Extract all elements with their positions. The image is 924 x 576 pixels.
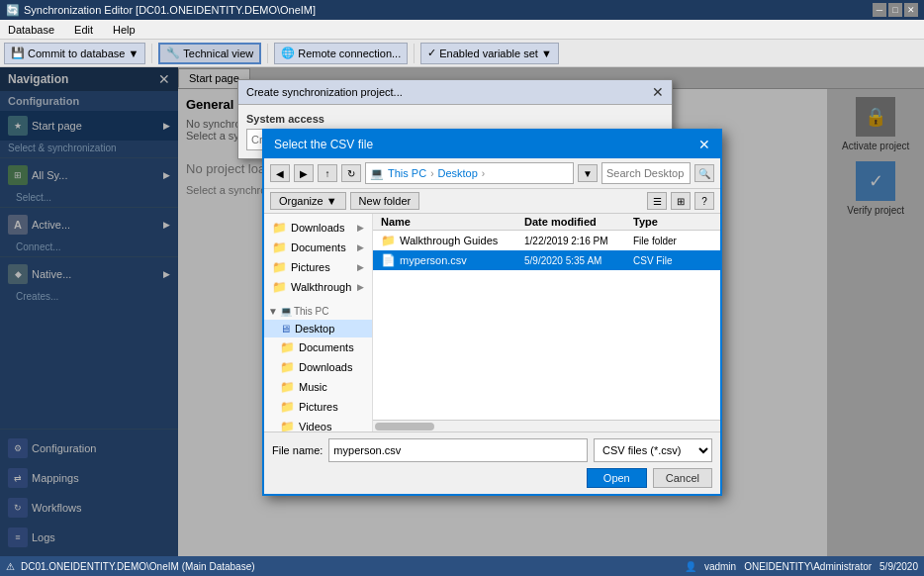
sync-dialog-section: System access (246, 113, 664, 125)
path-dropdown-button[interactable]: ▼ (578, 164, 598, 182)
path-this-pc[interactable]: This PC (388, 167, 426, 179)
file-list-header: Name Date modified Type (373, 214, 720, 231)
variable-icon: ✓ (427, 47, 436, 59)
sidebar-documents-pc[interactable]: 📁 Documents (264, 337, 372, 357)
window-controls[interactable]: ─ □ ✕ (873, 3, 918, 17)
view-detail-button[interactable]: ⊞ (671, 192, 691, 210)
expand-arrow-3: ▶ (357, 262, 364, 272)
status-right: 👤 vadmin ONEIDENTITY\Administrator 5/9/2… (685, 561, 918, 572)
view-list-button[interactable]: ☰ (647, 192, 667, 210)
refresh-button[interactable]: ↻ (341, 164, 361, 182)
col-date[interactable]: Date modified (524, 216, 633, 228)
search-desktop-input[interactable] (601, 162, 691, 184)
commit-to-database-button[interactable]: 💾 Commit to database ▼ (4, 43, 145, 64)
csv-body: 📁 Downloads ▶ 📁 Documents ▶ 📁 Pictures ▶… (264, 214, 720, 432)
up-button[interactable]: ↑ (318, 164, 337, 182)
folder-icon-4: 📁 (272, 280, 287, 294)
file-item-myperson[interactable]: 📄 myperson.csv 5/9/2020 5:35 AM CSV File (373, 250, 720, 270)
search-button[interactable]: 🔍 (694, 164, 714, 182)
folder-icon-2: 📁 (272, 240, 287, 254)
filename-label: File name: (272, 444, 323, 456)
menu-database[interactable]: Database (4, 22, 58, 38)
cancel-button[interactable]: Cancel (653, 468, 712, 488)
csv-dialog-close-button[interactable]: ✕ (698, 137, 710, 152)
filename-input[interactable] (328, 438, 588, 462)
file-name-walkthrough: 📁 Walkthrough Guides (381, 234, 524, 247)
sidebar-pictures[interactable]: 📁 Pictures ▶ (264, 257, 372, 277)
col-type[interactable]: Type (633, 216, 712, 228)
dialog-buttons-row: Open Cancel (272, 468, 712, 488)
path-desktop[interactable]: Desktop (437, 167, 477, 179)
scroll-thumb (375, 423, 434, 431)
help-button[interactable]: ? (694, 192, 714, 210)
file-list-area: 📁 Walkthrough Guides 1/22/2019 2:16 PM F… (373, 231, 720, 420)
forward-button[interactable]: ▶ (294, 164, 314, 182)
menu-bar: Database Edit Help (0, 20, 924, 40)
vadmin-text: vadmin (704, 561, 736, 572)
minimize-button[interactable]: ─ (873, 3, 886, 17)
collapse-icon: ▼ (268, 306, 278, 317)
maximize-button[interactable]: □ (888, 3, 902, 17)
variable-set-button[interactable]: ✓ Enabled variable set ▼ (420, 43, 559, 64)
sidebar-documents[interactable]: 📁 Documents ▶ (264, 238, 372, 257)
commit-icon: 💾 (11, 47, 25, 59)
back-button[interactable]: ◀ (270, 164, 290, 182)
status-bar: ⚠ DC01.ONEIDENTITY.DEMO\OneIM (Main Data… (0, 556, 924, 576)
status-text: DC01.ONEIDENTITY.DEMO\OneIM (Main Databa… (21, 561, 255, 572)
remote-connection-button[interactable]: 🌐 Remote connection... (274, 43, 408, 64)
warning-icon: ⚠ (6, 561, 15, 572)
horizontal-scrollbar[interactable] (373, 420, 720, 432)
sidebar-videos[interactable]: 📁 Videos (264, 417, 372, 432)
sidebar-this-pc[interactable]: ▼ 💻 This PC (264, 303, 372, 320)
user-icon: 👤 (685, 561, 696, 572)
organize-button[interactable]: Organize ▼ (270, 192, 346, 210)
sidebar-downloads[interactable]: 📁 Downloads ▶ (264, 218, 372, 238)
title-bar: 🔄 Synchronization Editor [DC01.ONEIDENTI… (0, 0, 924, 20)
folder-icon-3: 📁 (272, 260, 287, 274)
remote-icon: 🌐 (281, 47, 295, 59)
new-folder-button[interactable]: New folder (350, 192, 420, 210)
toolbar-separator-3 (414, 44, 415, 63)
open-button[interactable]: Open (587, 468, 647, 488)
path-arrow-1: › (430, 168, 433, 179)
col-name[interactable]: Name (381, 216, 524, 228)
sidebar-music[interactable]: 📁 Music (264, 377, 372, 397)
app-title: 🔄 Synchronization Editor [DC01.ONEIDENTI… (6, 4, 316, 17)
file-type-walkthrough: File folder (633, 236, 712, 246)
sync-dialog-close-button[interactable]: ✕ (652, 84, 664, 100)
sidebar-walkthrough[interactable]: 📁 Walkthrough ▶ (264, 277, 372, 297)
menu-help[interactable]: Help (109, 22, 139, 38)
filetype-select[interactable]: CSV files (*.csv) (594, 438, 712, 462)
walkthrough-folder-icon: 📁 (381, 234, 396, 247)
path-arrow-2: › (482, 168, 485, 179)
file-name-myperson: 📄 myperson.csv (381, 253, 524, 267)
folder-icon-5: 📁 (280, 340, 295, 354)
sidebar-downloads-pc[interactable]: 📁 Downloads (264, 357, 372, 377)
desktop-icon: 🖥 (280, 323, 291, 335)
csv-file-icon: 📄 (381, 253, 396, 267)
menu-edit[interactable]: Edit (70, 22, 97, 38)
app-icon: 🔄 (6, 4, 20, 17)
expand-arrow: ▶ (357, 223, 364, 233)
csv-nav-toolbar: ◀ ▶ ↑ ↻ 💻 This PC › Desktop › ▼ 🔍 (264, 158, 720, 189)
csv-bottom-bar: File name: CSV files (*.csv) Open Cancel (264, 432, 720, 494)
chevron-down-icon: ▼ (128, 48, 139, 59)
expand-arrow-4: ▶ (357, 282, 364, 292)
path-breadcrumb: 💻 This PC › Desktop › (365, 162, 574, 184)
csv-dialog-title-bar: Select the CSV file ✕ (264, 131, 720, 158)
file-date-myperson: 5/9/2020 5:35 AM (524, 255, 633, 266)
status-date: 5/9/2020 (879, 561, 918, 572)
sidebar-desktop[interactable]: 🖥 Desktop (264, 320, 372, 337)
file-item-walkthrough[interactable]: 📁 Walkthrough Guides 1/22/2019 2:16 PM F… (373, 231, 720, 250)
pc-icon: 💻 (280, 306, 292, 317)
sidebar-pictures-pc[interactable]: 📁 Pictures (264, 397, 372, 417)
file-type-myperson: CSV File (633, 255, 712, 266)
close-button[interactable]: ✕ (904, 3, 918, 17)
folder-icon-6: 📁 (280, 360, 295, 374)
csv-file-dialog: Select the CSV file ✕ ◀ ▶ ↑ ↻ 💻 This PC … (262, 129, 722, 496)
toolbar: 💾 Commit to database ▼ 🔧 Technical view … (0, 40, 924, 67)
chevron-down-icon-2: ▼ (541, 48, 552, 59)
csv-file-list: Name Date modified Type 📁 Walkthrough Gu… (373, 214, 720, 432)
technical-icon: 🔧 (166, 47, 180, 59)
technical-view-button[interactable]: 🔧 Technical view (158, 43, 261, 64)
